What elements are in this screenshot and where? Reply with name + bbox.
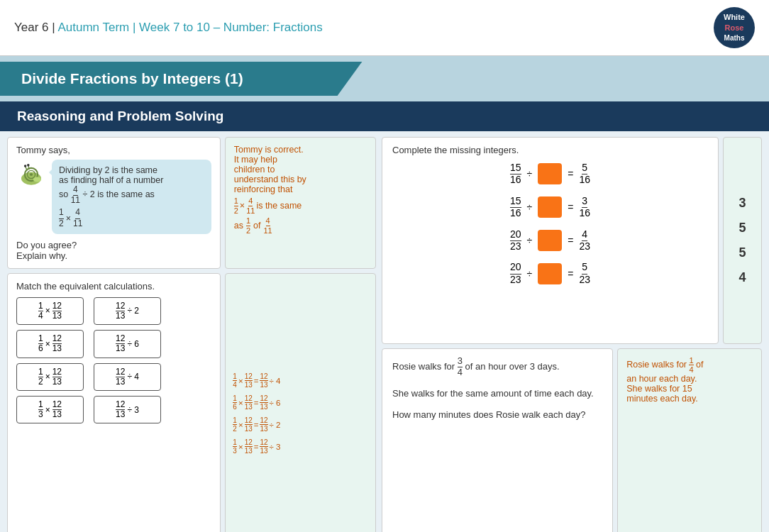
svg-point-4: [33, 177, 41, 182]
svg-point-8: [27, 164, 30, 167]
rosie-answer-card: Rosie walks for 14 of an hour each day. …: [617, 348, 762, 533]
equation-row-2: 1516 ÷ = 316: [392, 196, 708, 219]
answer-1: 3: [738, 196, 746, 211]
orange-box-1: [538, 163, 562, 184]
complete-title: Complete the missing integers.: [392, 145, 708, 155]
svg-point-6: [24, 165, 27, 167]
left-panel: Tommy says,: [7, 137, 376, 532]
header-title: Year 6 | Autumn Term | Week 7 to 10 – Nu…: [14, 21, 323, 35]
section-header: Reasoning and Problem Solving: [0, 101, 769, 131]
right-panel: Complete the missing integers. 1516 ÷ = …: [382, 137, 762, 532]
match-card: Match the equivalent calculations. 14 × …: [7, 273, 221, 532]
equation-row-3: 2023 ÷ = 423: [392, 229, 708, 253]
snail-icon: [16, 160, 46, 189]
answer-4: 4: [738, 270, 746, 285]
complete-row: Complete the missing integers. 1516 ÷ = …: [382, 137, 762, 344]
top-header: Year 6 | Autumn Term | Week 7 to 10 – Nu…: [0, 0, 769, 56]
orange-box-4: [538, 263, 562, 284]
match-box: 1213 ÷ 2: [94, 297, 161, 325]
complete-answers: 3 5 5 4: [723, 137, 762, 344]
match-title: Match the equivalent calculations.: [16, 281, 211, 292]
equation-row-1: 1516 ÷ = 516: [392, 162, 708, 186]
rosie-row: Rosie walks for 34 of an hour over 3 day…: [382, 348, 762, 533]
match-row: Match the equivalent calculations. 14 × …: [7, 273, 376, 532]
tommy-intro: Tommy says,: [16, 145, 211, 155]
orange-box-3: [538, 230, 562, 251]
match-right-col: 1213 ÷ 2 1213 ÷ 6 1213 ÷ 4 1213: [94, 297, 161, 424]
title-bar-wrapper: Divide Fractions by Integers (1): [0, 56, 769, 101]
tommy-answer-card: Tommy is correct. It may help children t…: [225, 137, 376, 269]
speech-bubble: Dividing by 2 is the same as finding hal…: [52, 160, 211, 234]
match-box: 1213 ÷ 4: [94, 363, 161, 391]
top-row: Tommy says,: [7, 137, 376, 269]
title-bar: Divide Fractions by Integers (1): [0, 62, 411, 96]
tommy-card: Tommy says,: [7, 137, 221, 269]
match-box: 16 × 1213: [16, 330, 84, 358]
match-box: 13 × 1213: [16, 396, 84, 423]
answer-2: 5: [738, 221, 746, 235]
match-box: 1213 ÷ 6: [94, 330, 161, 358]
complete-card: Complete the missing integers. 1516 ÷ = …: [382, 137, 719, 344]
rosie-card: Rosie walks for 34 of an hour over 3 day…: [382, 348, 613, 533]
main-content: Tommy says,: [0, 131, 769, 532]
agree-text: Do you agree?Explain why.: [16, 240, 211, 261]
answer-3: 5: [738, 245, 746, 260]
match-box: 1213 ÷ 3: [94, 396, 161, 423]
svg-point-3: [30, 173, 33, 176]
match-box: 14 × 1213: [16, 297, 84, 325]
equation-row-4: 2023 ÷ = 523: [392, 262, 708, 285]
match-left-col: 14 × 1213 16 × 1213 12 × 1213: [16, 297, 84, 424]
bubble-text: Dividing by 2 is the same as finding hal…: [59, 165, 204, 228]
orange-box-2: [538, 196, 562, 218]
match-answer-card: 14 × 1213 = 1213 ÷ 4 16 × 1213 = 1213 ÷ …: [225, 273, 376, 532]
match-box: 12 × 1213: [16, 363, 84, 391]
logo: White Rose Maths: [714, 7, 755, 48]
